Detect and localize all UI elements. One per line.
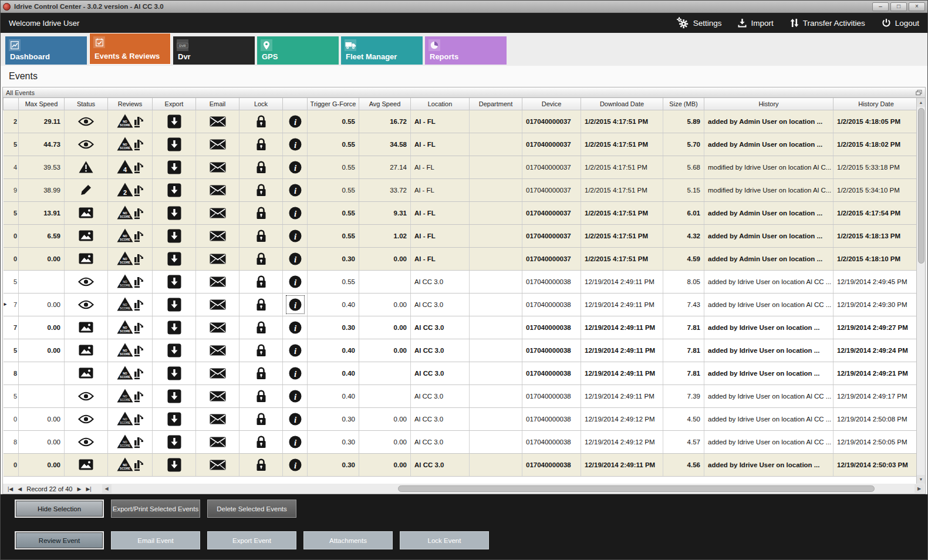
lock-icon[interactable]	[255, 275, 267, 288]
cell-trigger-g-force[interactable]: 0.40	[308, 339, 359, 362]
snapshot-icon[interactable]	[79, 253, 93, 264]
cell-event-id[interactable]: 5	[4, 270, 19, 293]
cell-export[interactable]	[153, 178, 196, 201]
next-record-button[interactable]: ▶	[77, 486, 81, 492]
cell-status[interactable]	[65, 430, 108, 453]
column-header-device[interactable]: Device	[522, 98, 581, 110]
cell-size-mb[interactable]: 4.50	[663, 407, 704, 430]
cell-download-date[interactable]: 12/19/2014 2:49:12 PM	[581, 430, 663, 453]
export-icon[interactable]	[167, 137, 181, 151]
event-row[interactable]: 5NOSCOREi0.55Al CC 3.001704000003812/19/…	[4, 270, 919, 293]
cell-status[interactable]	[65, 407, 108, 430]
settings-button[interactable]: Settings	[676, 17, 722, 29]
cell-event-id[interactable]: 5	[4, 339, 19, 362]
export-icon[interactable]	[167, 343, 181, 357]
cell-trigger-g-force[interactable]: 0.40	[308, 362, 359, 384]
cell-lock[interactable]	[239, 339, 283, 362]
cell-event-id[interactable]: 2	[4, 110, 19, 133]
lock-icon[interactable]	[255, 114, 267, 128]
cell-event-id[interactable]: 0	[4, 224, 19, 247]
info-icon[interactable]: i	[287, 205, 303, 221]
cell-trigger-g-force[interactable]: 0.55	[308, 133, 359, 156]
review-button[interactable]: NOSCORE	[117, 137, 144, 151]
event-row[interactable]: 513.91NOSCOREi0.559.31Al - FL01704000003…	[4, 201, 919, 224]
review-button[interactable]: NOSCORE	[117, 251, 144, 265]
export-icon[interactable]	[167, 183, 181, 197]
cell-trigger-g-force[interactable]: 0.55	[308, 110, 359, 133]
cell-export[interactable]	[153, 270, 196, 293]
cell-location[interactable]: Al CC 3.0	[411, 316, 470, 339]
review-button[interactable]: NOSCORE	[117, 205, 144, 220]
cell-history[interactable]: added by Idrive User on location ...	[704, 316, 833, 339]
review-button[interactable]: NOSCORE	[117, 228, 144, 242]
cell-info[interactable]: i	[283, 384, 308, 407]
cell-lock[interactable]	[239, 156, 283, 178]
eye-icon[interactable]	[78, 277, 94, 286]
email-icon[interactable]	[210, 139, 226, 150]
snapshot-icon[interactable]	[79, 459, 93, 470]
cell-department[interactable]	[470, 316, 522, 339]
cell-max-speed[interactable]: 13.91	[19, 201, 65, 224]
cell-device[interactable]: 017040000038	[522, 362, 581, 384]
cell-avg-speed[interactable]: 0.00	[359, 430, 411, 453]
export-icon[interactable]	[167, 275, 181, 289]
cell-download-date[interactable]: 1/2/2015 4:17:51 PM	[581, 110, 663, 133]
cell-info[interactable]: i	[283, 178, 308, 201]
cell-reviews[interactable]: NOSCORE	[108, 110, 153, 133]
cell-reviews[interactable]: NOSCORE	[108, 453, 153, 476]
cell-location[interactable]: Al - FL	[411, 224, 470, 247]
cell-avg-speed[interactable]	[359, 362, 411, 384]
cell-history[interactable]: added by Admin User on location ...	[704, 133, 833, 156]
cell-reviews[interactable]: NOSCORE	[108, 201, 153, 224]
cell-download-date[interactable]: 12/19/2014 2:49:11 PM	[581, 270, 663, 293]
cell-history[interactable]: modified by Idrive User on location Al C…	[704, 156, 833, 178]
cell-department[interactable]	[470, 224, 522, 247]
event-row[interactable]: ▸70.00NOSCOREi0.400.00Al CC 3.0017040000…	[4, 293, 919, 316]
column-header-export[interactable]: Export	[153, 98, 196, 110]
event-row[interactable]: 00.00NOSCOREi0.300.00Al CC 3.00170400000…	[4, 407, 919, 430]
cell-event-id[interactable]: 8	[4, 362, 19, 384]
info-icon[interactable]: i	[287, 388, 303, 404]
cell-email[interactable]	[196, 178, 239, 201]
email-icon[interactable]	[210, 368, 226, 379]
tab-reports[interactable]: Reports	[425, 36, 507, 65]
cell-reviews[interactable]: 4	[108, 156, 153, 178]
cell-trigger-g-force[interactable]: 0.55	[308, 270, 359, 293]
export-icon[interactable]	[167, 435, 181, 449]
column-header-trigger-g-force[interactable]: Trigger G-Force	[308, 98, 359, 110]
info-icon[interactable]: i	[287, 342, 303, 359]
cell-info[interactable]: i	[283, 247, 308, 270]
export-icon[interactable]	[167, 206, 181, 220]
event-row[interactable]: 8NOSCOREi0.40Al CC 3.001704000003812/19/…	[4, 362, 919, 384]
cell-history-date[interactable]: 1/2/2015 5:34:10 PM	[833, 178, 919, 201]
eye-icon[interactable]	[78, 414, 94, 424]
cell-size-mb[interactable]: 7.81	[663, 362, 704, 384]
cell-info[interactable]: i	[283, 270, 308, 293]
cell-info[interactable]: i	[283, 110, 308, 133]
cell-reviews[interactable]: NOSCORE	[108, 407, 153, 430]
cell-location[interactable]: Al CC 3.0	[411, 384, 470, 407]
cell-status[interactable]	[65, 178, 108, 201]
info-icon[interactable]: i	[287, 434, 303, 450]
cell-event-id[interactable]: 5	[4, 133, 19, 156]
info-icon[interactable]: i	[287, 159, 303, 176]
vertical-scroll-thumb[interactable]	[918, 108, 924, 264]
cell-export[interactable]	[153, 133, 196, 156]
cell-trigger-g-force[interactable]: 0.30	[308, 430, 359, 453]
cell-download-date[interactable]: 12/19/2014 2:49:11 PM	[581, 316, 663, 339]
cell-location[interactable]: Al CC 3.0	[411, 293, 470, 316]
tab-dashboard[interactable]: Dashboard	[5, 36, 87, 65]
cell-email[interactable]	[196, 453, 239, 476]
column-header-lock[interactable]: Lock	[239, 98, 283, 110]
export-icon[interactable]	[167, 114, 181, 129]
column-header-history[interactable]: History	[704, 98, 833, 110]
info-icon[interactable]: i	[287, 228, 303, 244]
cell-device[interactable]: 017040000037	[522, 156, 581, 178]
cell-download-date[interactable]: 12/19/2014 2:49:11 PM	[581, 384, 663, 407]
lock-icon[interactable]	[255, 412, 267, 426]
snapshot-icon[interactable]	[79, 367, 93, 379]
cell-reviews[interactable]: NOSCORE	[108, 430, 153, 453]
cell-email[interactable]	[196, 270, 239, 293]
minimize-button[interactable]: –	[872, 2, 889, 11]
column-header-avg-speed[interactable]: Avg Speed	[359, 98, 411, 110]
